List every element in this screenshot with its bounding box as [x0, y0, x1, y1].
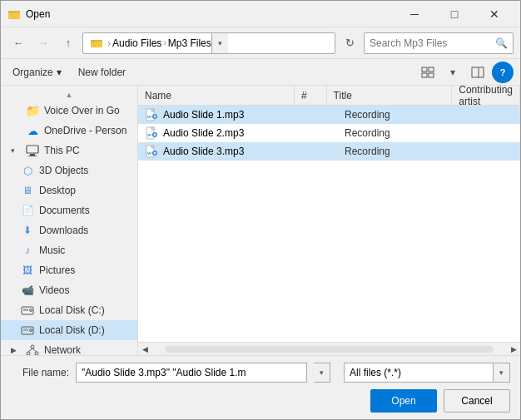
close-button[interactable]: ✕: [475, 1, 514, 27]
open-button[interactable]: Open: [370, 389, 437, 413]
svg-rect-10: [472, 67, 484, 77]
svg-rect-1: [8, 12, 20, 19]
col-header-num[interactable]: #: [295, 86, 327, 105]
svg-rect-5: [91, 40, 95, 42]
videos-icon: 📹: [21, 284, 34, 297]
music-icon: ♪: [21, 244, 34, 257]
svg-rect-12: [27, 146, 38, 153]
sidebar-item-label: This PC: [44, 145, 80, 156]
breadcrumb-part-2: Mp3 Files: [168, 37, 211, 49]
scroll-track[interactable]: [165, 346, 494, 353]
table-row[interactable]: MP3 Audio Slide 3.mp3 Recording: [138, 142, 520, 161]
dialog-icon: [7, 7, 21, 21]
svg-rect-19: [23, 329, 28, 331]
svg-point-20: [30, 329, 32, 332]
svg-rect-27: [151, 109, 154, 111]
downloads-icon: ⬇: [21, 224, 34, 237]
svg-rect-2: [8, 11, 13, 13]
sidebar-item-music[interactable]: ♪ Music: [1, 240, 137, 260]
file-title-cell: Recording: [338, 109, 471, 121]
filetype-container: All files (*.*) ▾: [344, 363, 510, 383]
bottom-bar: File name: ▾ All files (*.*) ▾ Open Canc…: [1, 355, 520, 419]
scroll-right-button[interactable]: ▶: [507, 343, 520, 356]
svg-point-21: [31, 345, 34, 348]
table-row[interactable]: MP3 Audio Slide 2.mp3 Recording: [138, 124, 520, 142]
svg-point-17: [30, 309, 32, 312]
svg-line-24: [28, 348, 32, 352]
new-folder-button[interactable]: New folder: [73, 62, 131, 82]
pictures-icon: 🖼: [21, 264, 34, 277]
cancel-button[interactable]: Cancel: [444, 389, 510, 413]
maximize-button[interactable]: □: [435, 1, 474, 27]
filename-dropdown-button[interactable]: ▾: [314, 363, 330, 383]
buttons-row: Open Cancel: [11, 389, 510, 413]
breadcrumb-arrow-1: ›: [163, 38, 166, 47]
expand-icon: ▶: [11, 346, 21, 354]
search-icon: 🔍: [495, 37, 508, 49]
col-header-title[interactable]: Title: [327, 86, 453, 105]
title-bar: Open ─ □ ✕: [1, 1, 520, 27]
sidebar-item-pictures[interactable]: 🖼 Pictures: [1, 260, 137, 280]
sidebar-item-diskc[interactable]: Local Disk (C:): [1, 300, 137, 320]
sidebar-item-label: Local Disk (D:): [39, 324, 105, 336]
filename-label: File name:: [11, 367, 69, 378]
breadcrumb: › Audio Files › Mp3 Files: [90, 37, 211, 50]
file-title-cell: Recording: [338, 146, 471, 157]
file-name: Audio Slide 1.mp3: [163, 109, 244, 121]
sidebar-item-onedrive[interactable]: ☁ OneDrive - Person: [1, 121, 137, 141]
file-name-cell: MP3 Audio Slide 1.mp3: [138, 108, 305, 121]
svg-rect-6: [422, 67, 427, 72]
mp3-icon: MP3: [145, 126, 158, 140]
address-box[interactable]: › Audio Files › Mp3 Files ▾: [82, 32, 335, 54]
file-name: Audio Slide 3.mp3: [163, 146, 244, 157]
col-header-name[interactable]: Name: [138, 86, 295, 105]
horizontal-scrollbar[interactable]: ◀ ▶: [138, 342, 520, 355]
address-dropdown-button[interactable]: ▾: [211, 32, 228, 54]
back-icon: ←: [13, 37, 24, 49]
svg-rect-9: [429, 73, 434, 77]
up-button[interactable]: ↑: [57, 32, 79, 54]
table-row[interactable]: MP3 Audio Slide 1.mp3 Recording: [138, 106, 520, 124]
preview-pane-button[interactable]: [467, 62, 489, 83]
sidebar-item-videos[interactable]: 📹 Videos: [1, 280, 137, 300]
view-options-button[interactable]: [417, 62, 439, 83]
search-input[interactable]: [370, 37, 495, 49]
organize-button[interactable]: Organize ▾: [7, 62, 67, 82]
up-icon: ↑: [66, 37, 72, 49]
file-list[interactable]: MP3 Audio Slide 1.mp3 Recording: [138, 106, 520, 342]
col-header-contributing[interactable]: Contributing artist: [452, 86, 520, 105]
help-button[interactable]: ?: [492, 62, 514, 83]
file-name: Audio Slide 2.mp3: [163, 127, 244, 139]
breadcrumb-icon: [90, 37, 106, 50]
diskc-icon: [21, 304, 34, 317]
sidebar: ▲ 📁 Voice Over in Go ☁ OneDrive - Person…: [1, 86, 138, 355]
sidebar-item-documents[interactable]: 📄 Documents: [1, 200, 137, 220]
expand-icon: ▾: [11, 146, 21, 155]
filetype-dropdown-button[interactable]: ▾: [494, 363, 510, 383]
sidebar-item-voiceover[interactable]: 📁 Voice Over in Go: [1, 101, 137, 121]
file-list-header: Name # Title Contributing artist: [138, 86, 520, 106]
sidebar-item-downloads[interactable]: ⬇ Downloads: [1, 220, 137, 240]
folder-icon: 📁: [26, 104, 39, 117]
scroll-left-button[interactable]: ◀: [138, 343, 151, 356]
search-box[interactable]: 🔍: [364, 32, 514, 54]
refresh-button[interactable]: ↻: [339, 32, 360, 54]
filename-row: File name: ▾ All files (*.*) ▾: [11, 363, 510, 383]
sidebar-item-3dobjects[interactable]: ⬡ 3D Objects: [1, 161, 137, 180]
view-dropdown-button[interactable]: ▾: [442, 62, 464, 83]
minimize-button[interactable]: ─: [395, 1, 434, 27]
sidebar-item-diskd[interactable]: Local Disk (D:): [1, 320, 137, 340]
file-name-cell: MP3 Audio Slide 2.mp3: [138, 126, 305, 140]
sidebar-item-desktop[interactable]: 🖥 Desktop: [1, 180, 137, 200]
sidebar-item-thispc[interactable]: ▾ This PC: [1, 141, 137, 161]
sidebar-item-network[interactable]: ▶ Network: [1, 340, 137, 355]
sidebar-item-label: Desktop: [39, 185, 76, 196]
back-button[interactable]: ←: [7, 32, 29, 54]
desktop-icon: 🖥: [21, 184, 34, 197]
dialog-title: Open: [26, 8, 395, 20]
refresh-icon: ↻: [345, 37, 355, 49]
forward-button[interactable]: →: [32, 32, 54, 54]
filetype-select[interactable]: All files (*.*): [344, 363, 494, 383]
sidebar-item-label: Music: [39, 245, 65, 256]
filename-input[interactable]: [76, 363, 307, 383]
